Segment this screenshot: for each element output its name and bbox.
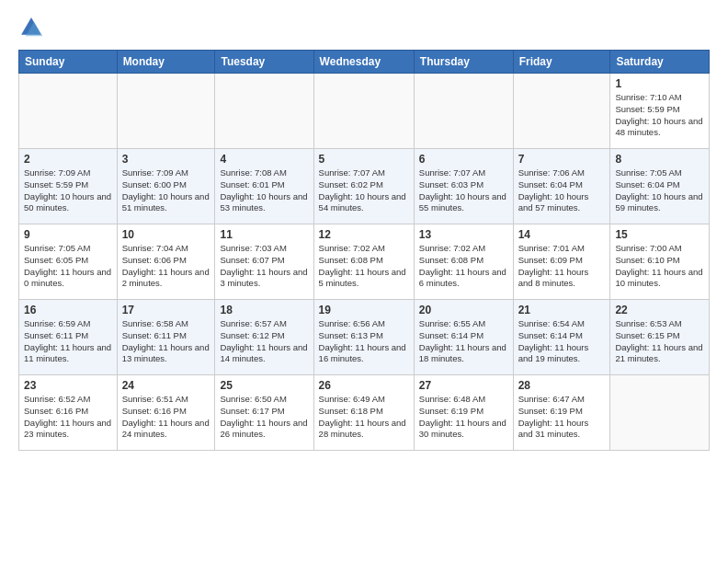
day-cell: 6Sunrise: 7:07 AMSunset: 6:03 PMDaylight… <box>414 149 513 224</box>
day-number: 11 <box>220 228 308 241</box>
day-info: Sunrise: 6:58 AMSunset: 6:11 PMDaylight:… <box>122 318 210 365</box>
day-info: Sunrise: 6:54 AMSunset: 6:14 PMDaylight:… <box>518 318 606 365</box>
day-cell: 11Sunrise: 7:03 AMSunset: 6:07 PMDayligh… <box>215 224 313 300</box>
header-row: SundayMondayTuesdayWednesdayThursdayFrid… <box>19 51 710 74</box>
day-cell <box>117 74 215 149</box>
day-info: Sunrise: 6:50 AMSunset: 6:17 PMDaylight:… <box>220 394 308 441</box>
day-number: 19 <box>319 304 409 316</box>
day-cell: 24Sunrise: 6:51 AMSunset: 6:16 PMDayligh… <box>117 375 215 451</box>
day-cell: 13Sunrise: 7:02 AMSunset: 6:08 PMDayligh… <box>414 224 513 300</box>
day-info: Sunrise: 6:51 AMSunset: 6:16 PMDaylight:… <box>122 394 210 441</box>
day-cell <box>414 74 513 149</box>
day-info: Sunrise: 7:10 AMSunset: 5:59 PMDaylight:… <box>615 92 704 139</box>
day-cell: 25Sunrise: 6:50 AMSunset: 6:17 PMDayligh… <box>215 375 313 451</box>
day-number: 20 <box>419 304 508 316</box>
day-info: Sunrise: 7:05 AMSunset: 6:05 PMDaylight:… <box>24 243 112 290</box>
day-cell <box>610 375 710 451</box>
week-row-4: 16Sunrise: 6:59 AMSunset: 6:11 PMDayligh… <box>19 300 710 375</box>
day-info: Sunrise: 7:03 AMSunset: 6:07 PMDaylight:… <box>220 243 308 290</box>
day-info: Sunrise: 6:56 AMSunset: 6:13 PMDaylight:… <box>319 318 409 365</box>
page: SundayMondayTuesdayWednesdayThursdayFrid… <box>0 0 728 563</box>
day-number: 9 <box>24 228 112 241</box>
week-row-3: 9Sunrise: 7:05 AMSunset: 6:05 PMDaylight… <box>19 224 710 300</box>
day-info: Sunrise: 6:55 AMSunset: 6:14 PMDaylight:… <box>419 318 508 365</box>
day-number: 23 <box>24 379 112 392</box>
day-info: Sunrise: 7:01 AMSunset: 6:09 PMDaylight:… <box>518 243 606 290</box>
day-cell: 28Sunrise: 6:47 AMSunset: 6:19 PMDayligh… <box>513 375 610 451</box>
day-cell: 16Sunrise: 6:59 AMSunset: 6:11 PMDayligh… <box>19 300 118 375</box>
day-info: Sunrise: 6:53 AMSunset: 6:15 PMDaylight:… <box>615 318 704 365</box>
day-number: 10 <box>122 228 210 241</box>
day-number: 4 <box>220 153 308 166</box>
day-number: 28 <box>518 379 606 392</box>
day-number: 14 <box>518 228 606 241</box>
day-info: Sunrise: 7:08 AMSunset: 6:01 PMDaylight:… <box>220 167 308 214</box>
day-info: Sunrise: 6:48 AMSunset: 6:19 PMDaylight:… <box>419 394 508 441</box>
day-cell <box>19 74 118 149</box>
day-cell: 18Sunrise: 6:57 AMSunset: 6:12 PMDayligh… <box>215 300 313 375</box>
day-cell: 12Sunrise: 7:02 AMSunset: 6:08 PMDayligh… <box>313 224 414 300</box>
day-cell: 23Sunrise: 6:52 AMSunset: 6:16 PMDayligh… <box>19 375 118 451</box>
day-cell: 19Sunrise: 6:56 AMSunset: 6:13 PMDayligh… <box>313 300 414 375</box>
calendar: SundayMondayTuesdayWednesdayThursdayFrid… <box>18 50 710 451</box>
col-header-sunday: Sunday <box>19 51 118 74</box>
day-number: 16 <box>24 304 112 316</box>
day-number: 5 <box>319 153 409 166</box>
week-row-5: 23Sunrise: 6:52 AMSunset: 6:16 PMDayligh… <box>19 375 710 451</box>
day-info: Sunrise: 7:09 AMSunset: 6:00 PMDaylight:… <box>122 167 210 214</box>
week-row-2: 2Sunrise: 7:09 AMSunset: 5:59 PMDaylight… <box>19 149 710 224</box>
day-number: 12 <box>319 228 409 241</box>
day-cell: 3Sunrise: 7:09 AMSunset: 6:00 PMDaylight… <box>117 149 215 224</box>
header <box>18 15 710 40</box>
day-number: 21 <box>518 304 606 316</box>
day-cell <box>215 74 313 149</box>
day-cell: 5Sunrise: 7:07 AMSunset: 6:02 PMDaylight… <box>313 149 414 224</box>
day-cell <box>513 74 610 149</box>
logo <box>18 15 48 40</box>
day-number: 25 <box>220 379 308 392</box>
day-cell: 7Sunrise: 7:06 AMSunset: 6:04 PMDaylight… <box>513 149 610 224</box>
day-number: 22 <box>615 304 704 316</box>
day-cell: 27Sunrise: 6:48 AMSunset: 6:19 PMDayligh… <box>414 375 513 451</box>
col-header-monday: Monday <box>117 51 215 74</box>
col-header-thursday: Thursday <box>414 51 513 74</box>
day-number: 26 <box>319 379 409 392</box>
day-cell: 9Sunrise: 7:05 AMSunset: 6:05 PMDaylight… <box>19 224 118 300</box>
day-cell: 8Sunrise: 7:05 AMSunset: 6:04 PMDaylight… <box>610 149 710 224</box>
day-info: Sunrise: 7:02 AMSunset: 6:08 PMDaylight:… <box>319 243 409 290</box>
day-number: 3 <box>122 153 210 166</box>
col-header-tuesday: Tuesday <box>215 51 313 74</box>
day-number: 24 <box>122 379 210 392</box>
day-cell: 14Sunrise: 7:01 AMSunset: 6:09 PMDayligh… <box>513 224 610 300</box>
day-info: Sunrise: 6:47 AMSunset: 6:19 PMDaylight:… <box>518 394 606 441</box>
col-header-friday: Friday <box>513 51 610 74</box>
day-cell: 4Sunrise: 7:08 AMSunset: 6:01 PMDaylight… <box>215 149 313 224</box>
logo-icon <box>18 15 44 40</box>
day-cell: 26Sunrise: 6:49 AMSunset: 6:18 PMDayligh… <box>313 375 414 451</box>
day-cell: 1Sunrise: 7:10 AMSunset: 5:59 PMDaylight… <box>610 74 710 149</box>
day-number: 8 <box>615 153 704 166</box>
day-number: 17 <box>122 304 210 316</box>
day-info: Sunrise: 6:59 AMSunset: 6:11 PMDaylight:… <box>24 318 112 365</box>
day-number: 18 <box>220 304 308 316</box>
day-number: 27 <box>419 379 508 392</box>
day-info: Sunrise: 7:06 AMSunset: 6:04 PMDaylight:… <box>518 167 606 214</box>
col-header-saturday: Saturday <box>610 51 710 74</box>
day-cell: 2Sunrise: 7:09 AMSunset: 5:59 PMDaylight… <box>19 149 118 224</box>
day-info: Sunrise: 7:09 AMSunset: 5:59 PMDaylight:… <box>24 167 112 214</box>
day-info: Sunrise: 6:52 AMSunset: 6:16 PMDaylight:… <box>24 394 112 441</box>
day-number: 2 <box>24 153 112 166</box>
day-info: Sunrise: 7:07 AMSunset: 6:02 PMDaylight:… <box>319 167 409 214</box>
day-info: Sunrise: 7:05 AMSunset: 6:04 PMDaylight:… <box>615 167 704 214</box>
day-number: 13 <box>419 228 508 241</box>
day-cell: 21Sunrise: 6:54 AMSunset: 6:14 PMDayligh… <box>513 300 610 375</box>
day-cell: 22Sunrise: 6:53 AMSunset: 6:15 PMDayligh… <box>610 300 710 375</box>
day-cell <box>313 74 414 149</box>
col-header-wednesday: Wednesday <box>313 51 414 74</box>
day-cell: 10Sunrise: 7:04 AMSunset: 6:06 PMDayligh… <box>117 224 215 300</box>
day-info: Sunrise: 6:49 AMSunset: 6:18 PMDaylight:… <box>319 394 409 441</box>
day-number: 15 <box>615 228 704 241</box>
day-info: Sunrise: 7:04 AMSunset: 6:06 PMDaylight:… <box>122 243 210 290</box>
day-info: Sunrise: 6:57 AMSunset: 6:12 PMDaylight:… <box>220 318 308 365</box>
week-row-1: 1Sunrise: 7:10 AMSunset: 5:59 PMDaylight… <box>19 74 710 149</box>
